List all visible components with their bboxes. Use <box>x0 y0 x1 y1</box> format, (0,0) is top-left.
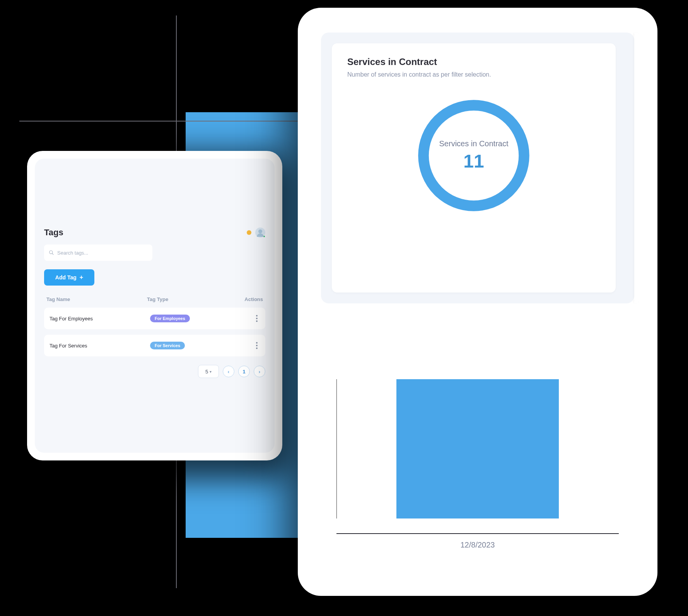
services-card-title: Services in Contract <box>347 56 600 67</box>
svg-line-1 <box>52 253 54 255</box>
dashboard-card: Services in Contract Number of services … <box>298 8 657 596</box>
next-card-peek <box>634 33 640 303</box>
chart-x-axis <box>336 533 619 534</box>
page-title: Tags <box>44 228 63 238</box>
row-name: Tag For Employees <box>50 316 150 322</box>
ring-center: Services in Contract 11 <box>416 98 532 214</box>
pager-next-button[interactable]: › <box>254 366 265 377</box>
col-header-name: Tag Name <box>46 296 147 302</box>
col-header-type: Tag Type <box>147 296 232 302</box>
search-icon <box>49 250 54 255</box>
table-row: Tag For Services For Services <box>44 335 265 356</box>
chevron-left-icon: ‹ <box>228 369 229 375</box>
chart-y-axis <box>336 379 337 518</box>
avatar[interactable] <box>255 228 265 238</box>
table-header: Tag Name Tag Type Actions <box>44 296 265 302</box>
tags-card: Tags Search tags... Add Tag + Tag Name T… <box>27 151 282 460</box>
services-ring-chart: Services in Contract 11 <box>416 98 532 214</box>
pager-page-number: 1 <box>242 369 245 375</box>
row-actions-menu[interactable] <box>254 313 260 324</box>
notification-dot-icon[interactable] <box>247 230 251 235</box>
ring-label: Services in Contract <box>439 139 509 148</box>
pagination: 5 ▾ ‹ 1 › <box>44 365 265 378</box>
services-card: Services in Contract Number of services … <box>332 43 616 293</box>
add-tag-button[interactable]: Add Tag + <box>44 269 94 286</box>
chevron-right-icon: › <box>259 369 260 375</box>
svg-point-0 <box>50 251 53 254</box>
row-type: For Employees <box>150 315 229 322</box>
pager-prev-button[interactable]: ‹ <box>223 366 234 377</box>
chevron-down-icon: ▾ <box>210 370 212 374</box>
tags-card-body: Tags Search tags... Add Tag + Tag Name T… <box>35 159 275 453</box>
services-card-subtitle: Number of services in contract as per fi… <box>347 71 600 78</box>
tags-header: Tags <box>44 228 265 238</box>
bar-chart <box>367 379 588 518</box>
page-size-select[interactable]: 5 ▾ <box>198 365 219 378</box>
bar-x-label: 12/8/2023 <box>321 541 634 549</box>
presence-indicator-icon <box>263 235 266 238</box>
tag-type-badge: For Services <box>150 342 185 349</box>
search-placeholder: Search tags... <box>57 250 88 256</box>
add-tag-label: Add Tag <box>55 274 77 281</box>
plus-icon: + <box>80 274 83 281</box>
table-row: Tag For Employees For Employees <box>44 308 265 329</box>
page-size-value: 5 <box>205 369 208 375</box>
ring-value: 11 <box>463 151 484 172</box>
row-name: Tag For Services <box>50 343 150 349</box>
header-actions <box>247 228 265 238</box>
services-panel: Services in Contract Number of services … <box>321 33 634 303</box>
bar-chart-panel: 12/8/2023 <box>321 329 634 577</box>
search-input[interactable]: Search tags... <box>44 245 152 261</box>
guide-line-horizontal <box>19 121 302 121</box>
tag-type-badge: For Employees <box>150 315 190 322</box>
row-type: For Services <box>150 342 229 349</box>
row-actions-menu[interactable] <box>254 340 260 351</box>
col-header-actions: Actions <box>232 296 263 302</box>
pager-page-button[interactable]: 1 <box>238 366 250 377</box>
bar <box>396 379 559 518</box>
